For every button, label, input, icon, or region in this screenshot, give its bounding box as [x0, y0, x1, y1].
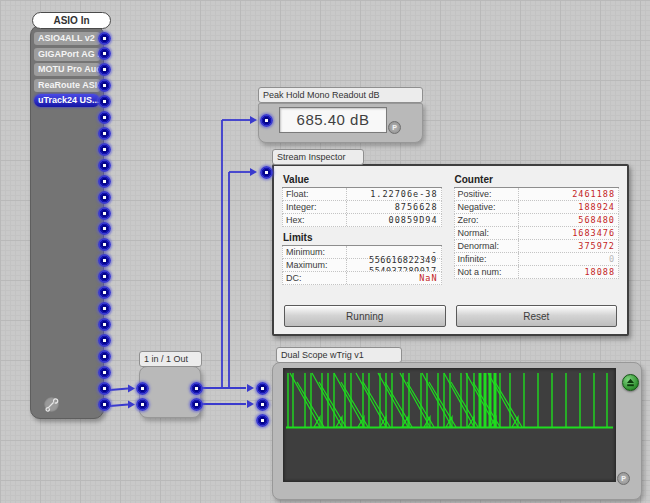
counter-row-label: Infinite:: [458, 253, 519, 265]
scope-waveform: [284, 369, 615, 481]
counter-row-value: 0: [519, 253, 615, 265]
peak-readout-title[interactable]: Peak Hold Mono Readout dB: [258, 87, 423, 103]
asio-output-port[interactable]: [98, 32, 111, 45]
asio-device-item[interactable]: MOTU Pro Audio: [34, 63, 100, 76]
counter-row-label: Not a num:: [458, 266, 519, 278]
value-row-label: Integer:: [286, 201, 347, 213]
asio-output-port[interactable]: [98, 398, 111, 411]
asio-output-port[interactable]: [98, 222, 111, 235]
asio-device-item[interactable]: ASIO4ALL v2: [34, 32, 100, 45]
asio-output-port[interactable]: [98, 254, 111, 267]
counter-row-value: 568480: [519, 214, 615, 226]
asio-output-port[interactable]: [98, 175, 111, 188]
asio-output-port[interactable]: [98, 63, 111, 76]
value-row: Hex:00859D94: [282, 214, 442, 227]
value-section-header: Value: [282, 173, 442, 188]
reset-button[interactable]: Reset: [456, 305, 618, 327]
asio-output-port[interactable]: [98, 111, 111, 124]
asio-output-port[interactable]: [98, 366, 111, 379]
stream-inspector-input-port[interactable]: [260, 166, 273, 179]
counter-row-label: Denormal:: [458, 240, 519, 252]
splitter-input-port[interactable]: [136, 382, 149, 395]
inspector-left-column: Value Float:1.22706e-38Integer:8756628He…: [282, 173, 442, 285]
asio-output-port[interactable]: [98, 95, 111, 108]
asio-output-port[interactable]: [98, 318, 111, 331]
counter-row-value: 1683476: [519, 227, 615, 239]
scope-input-port[interactable]: [256, 398, 269, 411]
asio-output-port[interactable]: [98, 350, 111, 363]
counter-row: Negative:188924: [454, 201, 619, 214]
asio-device-item[interactable]: GIGAPort AG ...: [34, 48, 100, 61]
limits-row-label: DC:: [286, 272, 347, 284]
scope-input-port[interactable]: [256, 414, 269, 427]
splitter-output-port[interactable]: [190, 382, 203, 395]
limits-row-overflow-value: 556616822349: [369, 255, 436, 265]
stream-inspector-title[interactable]: Stream Inspector: [272, 149, 364, 165]
counter-row-value: 18088: [519, 266, 615, 278]
value-row-value: 1.22706e-38: [347, 188, 438, 200]
value-row-value: 8756628: [347, 201, 438, 213]
splitter-title[interactable]: 1 in / 1 Out: [139, 351, 202, 367]
eject-icon: [623, 375, 638, 390]
asio-output-port[interactable]: [98, 159, 111, 172]
asio-output-port[interactable]: [98, 302, 111, 315]
asio-device-list: ASIO4ALL v2GIGAPort AG ...MOTU Pro Audio…: [34, 32, 100, 110]
asio-device-item-selected[interactable]: uTrack24 US...: [34, 94, 100, 107]
wrench-icon[interactable]: [44, 397, 59, 412]
value-row: Float:1.22706e-38: [282, 188, 442, 201]
counter-row: Zero:568480: [454, 214, 619, 227]
asio-output-port[interactable]: [98, 334, 111, 347]
asio-device-item[interactable]: ReaRoute ASIO: [34, 79, 100, 92]
splitter-input-port[interactable]: [136, 398, 149, 411]
counter-row-label: Normal:: [458, 227, 519, 239]
asio-output-port[interactable]: [98, 79, 111, 92]
limits-row: Minimum:-556616822349: [282, 246, 442, 259]
value-row-label: Float:: [286, 188, 347, 200]
counter-row: Positive:2461188: [454, 188, 619, 201]
scope-display: [283, 368, 616, 482]
value-row-label: Hex:: [286, 214, 347, 226]
counter-row-label: Positive:: [458, 188, 519, 200]
asio-in-title[interactable]: ASIO In: [32, 12, 111, 29]
counter-row: Denormal:375972: [454, 240, 619, 253]
asio-output-port[interactable]: [98, 207, 111, 220]
counter-row: Infinite:0: [454, 253, 619, 266]
limits-row: DC:NaN: [282, 272, 442, 285]
asio-in-module[interactable]: ASIO4ALL v2GIGAPort AG ...MOTU Pro Audio…: [30, 25, 104, 419]
scope-input-port[interactable]: [256, 382, 269, 395]
asio-output-port[interactable]: [98, 191, 111, 204]
counter-row-value: 2461188: [519, 188, 615, 200]
splitter-output-port[interactable]: [190, 398, 203, 411]
asio-output-port[interactable]: [98, 143, 111, 156]
dual-scope-title[interactable]: Dual Scope wTrig v1: [276, 347, 402, 363]
patch-canvas[interactable]: ASIO4ALL v2GIGAPort AG ...MOTU Pro Audio…: [0, 0, 650, 503]
asio-output-port[interactable]: [98, 270, 111, 283]
scope-params-badge[interactable]: P: [617, 472, 630, 485]
asio-output-port[interactable]: [98, 127, 111, 140]
value-row-value: 00859D94: [347, 214, 438, 226]
trigger-indicator-icon[interactable]: [622, 374, 639, 391]
counter-section-header: Counter: [454, 173, 619, 188]
stream-inspector-panel[interactable]: Value Float:1.22706e-38Integer:8756628He…: [272, 164, 629, 336]
asio-output-port[interactable]: [98, 47, 111, 60]
asio-output-port[interactable]: [98, 238, 111, 251]
counter-row-value: 188924: [519, 201, 615, 213]
asio-output-port[interactable]: [98, 286, 111, 299]
counter-row-label: Negative:: [458, 201, 519, 213]
limits-row-label: Minimum:: [286, 246, 347, 258]
counter-row-label: Zero:: [458, 214, 519, 226]
counter-row: Normal:1683476: [454, 227, 619, 240]
limits-section-header: Limits: [282, 231, 442, 246]
peak-params-badge[interactable]: P: [388, 121, 401, 134]
asio-output-port[interactable]: [98, 382, 111, 395]
counter-row: Not a num:18088: [454, 266, 619, 279]
wrench-glyph: [44, 397, 59, 412]
inspector-right-column: Counter Positive:2461188Negative:188924Z…: [454, 173, 619, 285]
counter-row-value: 375972: [519, 240, 615, 252]
running-button[interactable]: Running: [284, 305, 446, 327]
value-row: Integer:8756628: [282, 201, 442, 214]
peak-readout-input-port[interactable]: [260, 114, 273, 127]
limits-row-label: Maximum:: [286, 259, 347, 271]
peak-readout-display: 685.40 dB: [279, 107, 387, 133]
limits-row-value: NaN: [347, 272, 438, 284]
